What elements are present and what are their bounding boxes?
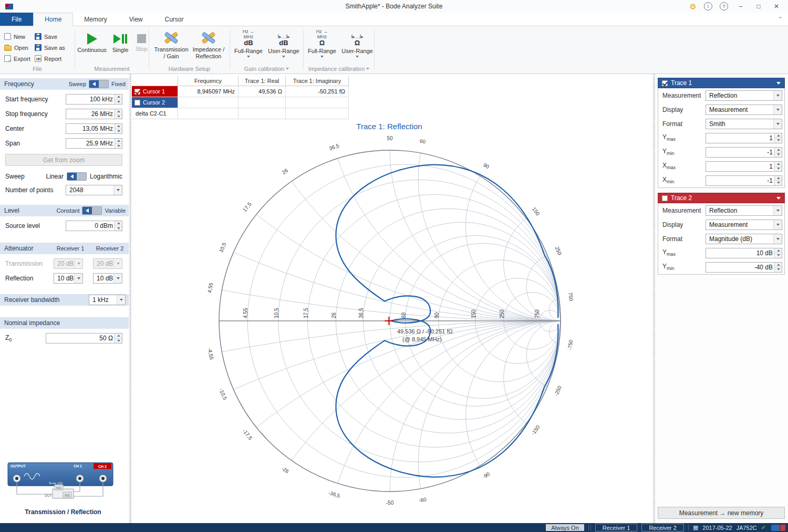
constant-variable-toggle[interactable] (82, 206, 102, 215)
stop-frequency-input[interactable]: 26 MHz (66, 109, 122, 119)
impedance-full-range-button[interactable]: Hz → MHz Ω Full-Range (305, 29, 339, 58)
save-button[interactable]: Save (35, 31, 69, 42)
trace1-checkbox[interactable] (662, 80, 668, 86)
trace2-measurement-dropdown[interactable]: Reflection (706, 205, 782, 216)
spinner-down[interactable] (775, 253, 782, 258)
dropdown-caret-icon[interactable] (773, 234, 782, 244)
tab-view[interactable]: View (118, 13, 154, 26)
measurement-to-memory-button[interactable]: Measurement → new memory (658, 507, 785, 519)
spinner-up[interactable] (115, 109, 122, 114)
stop-button[interactable]: Stop (133, 30, 150, 52)
spinner-up[interactable] (775, 133, 782, 138)
trace1-ymax-input[interactable]: 1 (706, 133, 782, 143)
trace1-measurement-dropdown[interactable]: Reflection (706, 90, 782, 101)
spinner-up[interactable] (775, 263, 782, 267)
spinner-up[interactable] (115, 95, 122, 99)
span-input[interactable]: 25,9 MHz (66, 138, 122, 149)
points-dropdown[interactable]: 2048 (66, 185, 122, 195)
trace2-ymax-input[interactable]: 10 dB (706, 248, 782, 258)
dropdown-caret-icon[interactable] (773, 206, 782, 215)
dropdown-caret-icon[interactable] (113, 185, 122, 195)
dropdown-caret-icon[interactable] (74, 274, 82, 283)
dropdown-caret-icon[interactable] (773, 91, 782, 100)
cursor1-marker[interactable] (385, 317, 393, 325)
impedance-user-range-button[interactable]: f▸…f▸ Ω User-Range (340, 29, 374, 58)
z0-input[interactable]: 50 Ω (46, 333, 122, 343)
transmission-gain-button[interactable]: Transmission / Gain (153, 29, 189, 60)
minimize-button[interactable]: – (735, 3, 746, 10)
gain-user-range-button[interactable]: f▸…f▸ dB User-Range (267, 29, 300, 58)
always-on-button[interactable]: Always On (546, 524, 584, 531)
spinner-down[interactable] (775, 138, 782, 143)
spinner-up[interactable] (115, 221, 122, 226)
reflection-attenuator-2-dropdown[interactable]: 10 dB (93, 273, 122, 284)
spinner-down[interactable] (115, 129, 122, 134)
open-button[interactable]: Open (4, 42, 35, 53)
dropdown-caret-icon[interactable] (113, 274, 122, 283)
spinner-down[interactable] (115, 338, 122, 343)
save-as-button[interactable]: Save as (35, 42, 69, 53)
gain-full-range-button[interactable]: Hz → MHz dB Full-Range (232, 29, 265, 58)
spinner-up[interactable] (115, 333, 122, 338)
spinner-up[interactable] (775, 148, 782, 152)
new-button[interactable]: New (4, 31, 35, 42)
spinner-up[interactable] (775, 248, 782, 253)
dropdown-caret-icon[interactable] (773, 220, 782, 230)
help-icon[interactable]: ? (720, 2, 728, 11)
trace2-header[interactable]: Trace 2 (658, 193, 785, 203)
get-from-zoom-button[interactable]: Get from zoom (5, 154, 122, 166)
settings-gear-icon[interactable]: ⚙ (690, 3, 697, 11)
single-button[interactable]: Single (109, 30, 132, 53)
tab-file[interactable]: File (0, 13, 33, 26)
trace2-display-dropdown[interactable]: Measurement (706, 220, 782, 230)
spinner-down[interactable] (115, 99, 122, 105)
tab-memory[interactable]: Memory (73, 13, 118, 26)
trace2-format-dropdown[interactable]: Magnitude (dB) (706, 234, 782, 244)
spinner-up[interactable] (775, 162, 782, 166)
sweep-fixed-toggle[interactable] (89, 80, 109, 88)
spinner-down[interactable] (775, 152, 782, 157)
tab-cursor[interactable]: Cursor (154, 13, 195, 26)
source-level-input[interactable]: 0 dBm (66, 221, 122, 231)
trace1-header[interactable]: Trace 1 (658, 78, 785, 88)
chevron-down-icon[interactable] (776, 82, 781, 85)
spinner-down[interactable] (775, 166, 782, 171)
start-frequency-input[interactable]: 100 kHz (66, 94, 122, 105)
group-caret-icon[interactable] (366, 68, 369, 70)
dropdown-caret-icon[interactable] (356, 56, 359, 58)
spinner-down[interactable] (115, 143, 122, 149)
spinner-up[interactable] (115, 139, 122, 143)
trace1-format-dropdown[interactable]: Smith (706, 119, 782, 129)
collapse-ribbon-icon[interactable]: ⌃ (778, 16, 783, 23)
trace2-checkbox[interactable] (662, 195, 668, 201)
info-icon[interactable]: i (704, 2, 712, 11)
tab-home[interactable]: Home (33, 13, 73, 26)
trace1-xmin-input[interactable]: -1 (706, 175, 782, 186)
smith-chart[interactable]: 4,55-4,554,5510,5-10,510,517,5-17,517,52… (132, 74, 652, 523)
reflection-attenuator-1-dropdown[interactable]: 10 dB (54, 273, 83, 284)
spinner-down[interactable] (775, 267, 782, 272)
receiver2-button[interactable]: Receiver 2 (641, 524, 684, 531)
dropdown-caret-icon[interactable] (773, 119, 782, 129)
spinner-down[interactable] (115, 226, 122, 231)
spinner-down[interactable] (115, 114, 122, 119)
group-caret-icon[interactable] (286, 68, 289, 70)
spinner-up[interactable] (775, 176, 782, 181)
dropdown-caret-icon[interactable] (117, 295, 125, 305)
receiver1-button[interactable]: Receiver 1 (595, 524, 638, 531)
trace1-ymin-input[interactable]: -1 (706, 147, 782, 158)
dropdown-caret-icon[interactable] (320, 56, 324, 58)
export-button[interactable]: Export (4, 53, 35, 64)
dropdown-caret-icon[interactable] (773, 105, 782, 114)
spinner-down[interactable] (775, 180, 782, 185)
close-button[interactable]: ✕ (771, 3, 782, 10)
dropdown-caret-icon[interactable] (247, 56, 250, 58)
trace1-xmax-input[interactable]: 1 (706, 161, 782, 172)
spinner-up[interactable] (115, 124, 122, 129)
impedance-reflection-button[interactable]: Impedance / Reflection (190, 29, 227, 60)
receiver-bandwidth-dropdown[interactable]: 1 kHz (89, 295, 126, 305)
continuous-button[interactable]: Continuous (76, 30, 108, 53)
dropdown-caret-icon[interactable] (282, 56, 285, 58)
center-frequency-input[interactable]: 13,05 MHz (66, 123, 122, 134)
maximize-button[interactable]: □ (753, 3, 764, 10)
